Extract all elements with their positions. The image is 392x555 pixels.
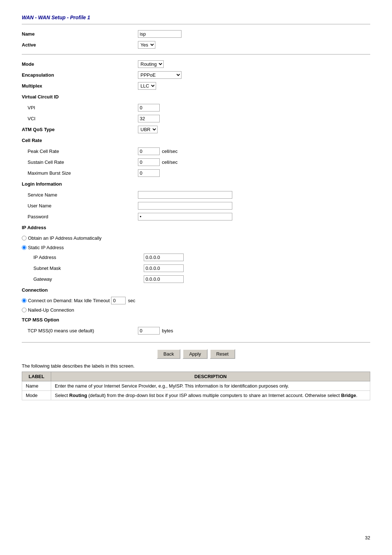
vpi-input[interactable] — [138, 104, 160, 112]
connect-demand-radio[interactable] — [22, 298, 26, 303]
tcp-mss-label: TCP MSS Option — [22, 317, 138, 323]
service-name-row: Service Name — [22, 190, 370, 199]
table-row: Name Enter the name of your Internet Ser… — [22, 381, 370, 391]
obtain-auto-radio[interactable] — [22, 236, 26, 240]
name-input[interactable] — [138, 30, 181, 38]
ip-address-row: IP Address — [22, 253, 370, 262]
name-label: Name — [22, 31, 138, 37]
connect-demand-row: Connect on Demand: Max Idle Timeout sec — [22, 296, 370, 304]
peak-cell-row: Peak Cell Rate cell/sec — [22, 147, 370, 155]
tcp-mss-row: TCP MSS Option — [22, 315, 370, 324]
ip-address-label: IP Address — [28, 255, 144, 260]
gateway-label: Gateway — [28, 276, 144, 282]
sustain-cell-unit: cell/sec — [162, 159, 177, 165]
nailed-up-label: Nailed-Up Connection — [28, 307, 74, 313]
obtain-auto-row: Obtain an IP Address Automatically — [22, 234, 370, 242]
vpi-label: VPI — [22, 105, 138, 110]
sustain-cell-row: Sustain Cell Rate cell/sec — [22, 158, 370, 166]
mode-row: Mode Routing Bridge — [22, 60, 370, 68]
peak-cell-label: Peak Cell Rate — [22, 149, 138, 154]
multiplex-select[interactable]: LLC VC — [138, 82, 156, 90]
nailed-up-radio[interactable] — [22, 308, 26, 312]
subnet-mask-input[interactable] — [144, 264, 184, 272]
tcp-mss-unit: bytes — [162, 328, 173, 333]
virtual-circuit-row: Virtual Circuit ID — [22, 92, 370, 101]
ip-address-input[interactable] — [144, 254, 184, 261]
tcp-mss-field-label: TCP MSS(0 means use default) — [22, 328, 138, 333]
description-text: The following table describes the labels… — [22, 363, 370, 369]
atm-qos-row: ATM QoS Type UBR CBR VBR — [22, 125, 370, 134]
connect-demand-unit: sec — [128, 298, 135, 303]
atm-qos-label: ATM QoS Type — [22, 127, 138, 132]
table-col-label: LABEL — [22, 372, 51, 381]
table-label-mode: Mode — [22, 391, 51, 400]
description-table: LABEL DESCRIPTION Name Enter the name of… — [22, 372, 370, 400]
max-burst-label: Maximum Burst Size — [22, 170, 138, 176]
ip-address-section-row: IP Address — [22, 223, 370, 232]
table-desc-mode: Select Routing (default) from the drop-d… — [51, 391, 370, 400]
login-info-label: Login Information — [22, 181, 138, 187]
tcp-mss-field-row: TCP MSS(0 means use default) bytes — [22, 326, 370, 335]
obtain-auto-label: Obtain an IP Address Automatically — [28, 235, 102, 241]
connect-demand-label: Connect on Demand: Max Idle Timeout — [28, 298, 110, 303]
connection-label: Connection — [22, 287, 138, 293]
subnet-mask-row: Subnet Mask — [22, 264, 370, 272]
user-name-input[interactable] — [138, 202, 232, 210]
gateway-row: Gateway — [22, 275, 370, 283]
sustain-cell-label: Sustain Cell Rate — [22, 159, 138, 165]
active-row: Active Yes No — [22, 40, 370, 49]
reset-button[interactable]: Reset — [210, 349, 235, 359]
name-row: Name — [22, 29, 370, 38]
login-info-row: Login Information — [22, 179, 370, 188]
button-row: Back Apply Reset — [22, 349, 370, 359]
table-label-name: Name — [22, 381, 51, 391]
peak-cell-input[interactable] — [138, 147, 160, 155]
connect-demand-input[interactable] — [111, 297, 126, 304]
table-desc-name: Enter the name of your Internet Service … — [51, 381, 370, 391]
user-name-row: User Name — [22, 201, 370, 210]
encapsulation-select[interactable]: PPPoE PPPoA MPoA RFC 1483 — [138, 71, 181, 79]
static-ip-radio[interactable] — [22, 245, 26, 250]
sustain-cell-input[interactable] — [138, 158, 160, 166]
cell-rate-label: Cell Rate — [22, 138, 138, 143]
password-row: Password — [22, 212, 370, 221]
password-input[interactable] — [138, 213, 232, 220]
multiplex-label: Multiplex — [22, 83, 138, 89]
peak-cell-unit: cell/sec — [162, 149, 177, 154]
multiplex-row: Multiplex LLC VC — [22, 81, 370, 90]
table-col-description: DESCRIPTION — [51, 372, 370, 381]
atm-qos-select[interactable]: UBR CBR VBR — [138, 126, 158, 133]
virtual-circuit-label: Virtual Circuit ID — [22, 94, 138, 100]
apply-button[interactable]: Apply — [183, 349, 208, 359]
nailed-up-row: Nailed-Up Connection — [22, 306, 370, 314]
connection-row: Connection — [22, 285, 370, 294]
tcp-mss-input[interactable] — [138, 327, 160, 335]
gateway-input[interactable] — [144, 275, 184, 283]
page-number: 32 — [365, 535, 370, 540]
max-burst-row: Maximum Burst Size — [22, 169, 370, 177]
active-label: Active — [22, 42, 138, 48]
service-name-label: Service Name — [22, 192, 138, 198]
encapsulation-label: Encapsulation — [22, 72, 138, 78]
user-name-label: User Name — [22, 203, 138, 208]
table-row: Mode Select Routing (default) from the d… — [22, 391, 370, 400]
service-name-input[interactable] — [138, 191, 232, 199]
back-button[interactable]: Back — [157, 349, 180, 359]
vci-input[interactable] — [138, 115, 160, 122]
max-burst-input[interactable] — [138, 169, 160, 177]
password-label: Password — [22, 214, 138, 219]
encapsulation-row: Encapsulation PPPoE PPPoA MPoA RFC 1483 — [22, 70, 370, 79]
subnet-mask-label: Subnet Mask — [28, 266, 144, 271]
vci-row: VCI — [22, 114, 370, 123]
static-ip-label: Static IP Address — [28, 245, 64, 250]
static-ip-row: Static IP Address — [22, 243, 370, 251]
ip-address-section-label: IP Address — [22, 225, 138, 230]
vpi-row: VPI — [22, 103, 370, 112]
cell-rate-section-row: Cell Rate — [22, 136, 370, 145]
active-select[interactable]: Yes No — [138, 41, 155, 49]
page-title: WAN - WAN Setup - Profile 1 — [22, 15, 370, 20]
vci-label: VCI — [22, 116, 138, 121]
mode-select[interactable]: Routing Bridge — [138, 60, 164, 68]
mode-label: Mode — [22, 61, 138, 67]
